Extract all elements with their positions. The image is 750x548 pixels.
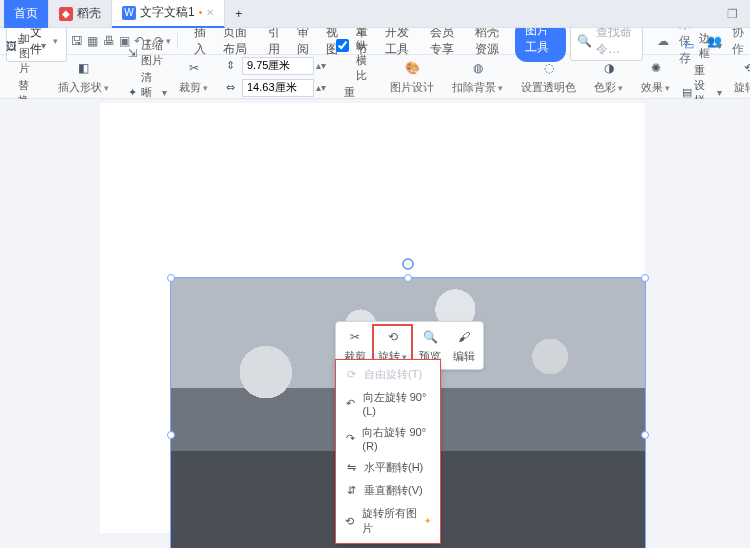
rotate-left-label: 向左旋转 90°(L)	[363, 390, 432, 417]
menu-bar: ≡ 文件 🖫 ▦ 🖶 ▣ ↶ ↷ 插入 页面布局 引用 审阅 视图 章节 开发工…	[0, 28, 750, 55]
flip-vertical-item[interactable]: ⇵ 垂直翻转(V)	[336, 479, 440, 502]
resize-handle-tm[interactable]	[404, 274, 412, 282]
width-icon: ⇔	[220, 78, 240, 98]
premium-icon: ✦	[424, 516, 432, 526]
rotate-right-icon: ↷	[344, 432, 356, 445]
tab-templates-label: 稻壳	[77, 5, 101, 22]
flip-v-label: 垂直翻转(V)	[364, 483, 423, 498]
app-icon: ◆	[59, 7, 73, 21]
collab-label: 协作	[732, 24, 744, 58]
rotate-left-icon: ↶	[344, 397, 357, 410]
effect-label: 效果	[641, 80, 670, 95]
alpha-icon: ◌	[539, 58, 559, 78]
ribbon-rotate-button[interactable]: ⟲ 旋转	[728, 58, 750, 95]
zoom-icon: 🔍	[420, 327, 440, 347]
crop-icon: ✂	[345, 327, 365, 347]
crop-icon: ✂	[184, 58, 204, 78]
tab-home[interactable]: 首页	[4, 0, 49, 28]
restore-window-icon[interactable]: ❐	[727, 7, 738, 21]
rotate-right-label: 向右旋转 90°(R)	[362, 425, 432, 452]
insert-shape-button[interactable]: ◧ 插入形状	[52, 58, 115, 95]
remove-bg-label: 扣除背景	[452, 80, 503, 95]
border-icon: ▭	[682, 36, 697, 56]
image-design-label: 图片设计	[390, 80, 434, 95]
width-row: ⇔ ▴▾	[220, 78, 326, 98]
image-design-button[interactable]: 🎨 图片设计	[384, 58, 440, 95]
resize-handle-tr[interactable]	[641, 274, 649, 282]
color-icon: ◑	[599, 58, 619, 78]
removebg-icon: ◍	[468, 58, 488, 78]
separator	[177, 33, 178, 49]
edit-icon: 🖌	[454, 327, 474, 347]
mini-edit-label: 编辑	[453, 349, 475, 364]
compress-label: 压缩图片	[141, 38, 167, 68]
save-icon[interactable]: 🖫	[71, 33, 83, 49]
rotate-icon: ⟲	[383, 327, 403, 347]
height-input[interactable]	[242, 57, 314, 75]
cloud-icon[interactable]: ☁	[657, 34, 669, 48]
compress-button[interactable]: ⇲ 压缩图片	[127, 38, 167, 68]
ribbon-rotate-label: 旋转	[734, 80, 750, 95]
flip-v-icon: ⇵	[344, 484, 358, 497]
tab-close-button[interactable]: ✕	[206, 7, 214, 18]
workspace: ✂ 裁剪 ⟲ 旋转 🔍 预览 🖌 编辑 ⟳ 自由旋转(T) ↶ 向左旋转 90°…	[0, 99, 750, 548]
border-label: 边框	[699, 31, 715, 61]
resize-handle-mr[interactable]	[641, 431, 649, 439]
remove-bg-button[interactable]: ◍ 扣除背景	[446, 58, 509, 95]
stepper-icon[interactable]: ▴▾	[316, 82, 326, 93]
resize-handle-tl[interactable]	[167, 274, 175, 282]
set-alpha-button[interactable]: ◌ 设置透明色	[515, 58, 582, 95]
rotate-free-item: ⟳ 自由旋转(T)	[336, 363, 440, 386]
stepper-icon[interactable]: ▴▾	[316, 60, 326, 71]
ribbon-border-button[interactable]: ▭ 边框▾	[682, 31, 722, 61]
app-tabstrip: 首页 ◆ 稻壳 W 文字文稿1 • ✕ + ❐	[0, 0, 750, 28]
crop-label: 裁剪	[179, 80, 208, 95]
rotate-dropdown: ⟳ 自由旋转(T) ↶ 向左旋转 90°(L) ↷ 向右旋转 90°(R) ⇋ …	[335, 359, 441, 544]
grp-size: ⇕ ▴▾ ⇔ ▴▾	[220, 56, 326, 98]
compress-icon: ⇲	[127, 43, 139, 63]
tab-add[interactable]: +	[225, 0, 252, 28]
window-controls: ❐	[727, 7, 746, 21]
crop-button[interactable]: ✂ 裁剪	[173, 58, 214, 95]
insert-shape-label: 插入形状	[58, 80, 109, 95]
flip-h-icon: ⇋	[344, 461, 358, 474]
image-icon: 🖼	[6, 36, 17, 56]
height-icon: ⇕	[220, 56, 240, 76]
rotate-left-item[interactable]: ↶ 向左旋转 90°(L)	[336, 386, 440, 421]
search-icon: 🔍	[577, 34, 592, 48]
search-placeholder: 查找命令…	[596, 24, 636, 58]
rotate-all-label: 旋转所有图片	[362, 506, 418, 536]
doc-icon: W	[122, 6, 136, 20]
tab-document-label: 文字文稿1	[140, 4, 195, 21]
flip-horizontal-item[interactable]: ⇋ 水平翻转(H)	[336, 456, 440, 479]
mini-edit-button[interactable]: 🖌 编辑	[447, 324, 481, 367]
height-row: ⇕ ▴▾	[220, 56, 326, 76]
effect-button[interactable]: ✺ 效果	[635, 58, 676, 95]
flip-h-label: 水平翻转(H)	[364, 460, 423, 475]
color-button[interactable]: ◑ 色彩	[588, 58, 629, 95]
tab-document[interactable]: W 文字文稿1 • ✕	[112, 0, 225, 28]
lock-ratio-input[interactable]	[336, 39, 349, 52]
rotate-handle[interactable]	[402, 258, 414, 270]
effect-icon: ✺	[646, 58, 666, 78]
print-preview-icon[interactable]: ▦	[87, 33, 99, 49]
rotate-all-icon: ⟲	[344, 515, 356, 528]
print-icon[interactable]: 🖶	[103, 33, 115, 49]
rotate-icon: ⟲	[739, 58, 751, 78]
rotate-free-label: 自由旋转(T)	[364, 367, 422, 382]
tab-templates[interactable]: ◆ 稻壳	[49, 0, 112, 28]
rotate-all-images-item[interactable]: ⟲ 旋转所有图片 ✦	[336, 502, 440, 540]
tab-add-label: +	[235, 7, 242, 21]
tab-home-label: 首页	[14, 5, 38, 22]
tab-dirty-dot: •	[199, 7, 203, 18]
design-icon: 🎨	[402, 58, 422, 78]
resize-handle-ml[interactable]	[167, 431, 175, 439]
free-rotate-icon: ⟳	[344, 368, 358, 381]
rotate-right-item[interactable]: ↷ 向右旋转 90°(R)	[336, 421, 440, 456]
set-alpha-label: 设置透明色	[521, 80, 576, 95]
width-input[interactable]	[242, 79, 314, 97]
color-label: 色彩	[594, 80, 623, 95]
shapes-icon: ◧	[74, 58, 94, 78]
